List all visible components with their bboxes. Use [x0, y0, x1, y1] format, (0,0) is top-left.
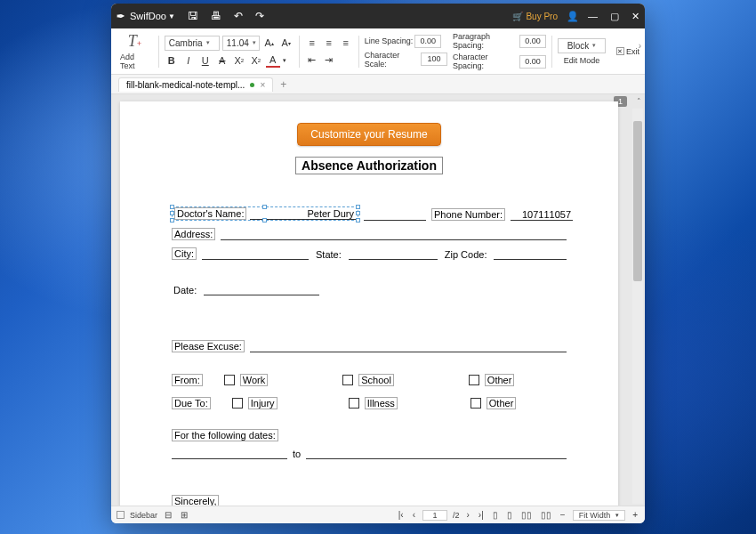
redo-icon[interactable]: ↷: [255, 10, 264, 22]
tab-close-icon[interactable]: ×: [260, 80, 265, 90]
page-number-input[interactable]: 1: [422, 510, 447, 521]
char-spacing-input[interactable]: 0.00: [519, 55, 546, 69]
sidebar-checkbox[interactable]: [117, 511, 125, 519]
address-label: Address:: [172, 228, 215, 240]
align-left-icon[interactable]: ≡: [305, 36, 319, 50]
date-to-line[interactable]: [306, 458, 567, 459]
buy-pro-link[interactable]: 🛒 Buy Pro: [512, 12, 558, 21]
font-color-dropdown-icon[interactable]: ▾: [283, 57, 286, 64]
injury-label: Injury: [248, 397, 277, 409]
add-text-button[interactable]: T+ Add Text: [117, 32, 153, 70]
para-spacing-input[interactable]: 0.00: [519, 35, 546, 48]
sidebar-collapse-icon[interactable]: ⊟: [163, 510, 173, 520]
maximize-button[interactable]: ▢: [610, 11, 619, 22]
document-tab[interactable]: fill-blank-medical-note-templ... ×: [118, 77, 273, 92]
view-facing-icon[interactable]: ▯▯: [519, 510, 534, 520]
underline-icon[interactable]: U: [198, 53, 213, 68]
date-label: Date:: [172, 285, 198, 295]
font-family-select[interactable]: Cambria▾: [165, 36, 220, 51]
view-continuous-icon[interactable]: ▯: [505, 510, 514, 520]
other-due-label: Other: [487, 397, 517, 409]
decrease-font-icon[interactable]: A▾: [279, 36, 294, 50]
superscript-icon[interactable]: X2: [232, 53, 246, 68]
phone-label: Phone Number:: [431, 208, 505, 221]
italic-icon[interactable]: I: [181, 53, 196, 68]
excuse-label: Please Excuse:: [172, 340, 245, 352]
font-size-select[interactable]: 11.04▾: [222, 36, 260, 51]
font-color-icon[interactable]: A: [266, 53, 280, 68]
edit-mode-label: Edit Mode: [564, 56, 600, 65]
edit-mode-select[interactable]: Block▾: [558, 38, 606, 53]
doctor-name-selection[interactable]: Doctor's Name: Peter Dury: [172, 206, 358, 221]
sidebar-expand-icon[interactable]: ⊞: [179, 510, 189, 520]
work-label: Work: [240, 374, 268, 386]
doctor-name-line2[interactable]: [364, 220, 426, 221]
state-label: State:: [314, 249, 343, 260]
app-menu-dropdown-icon[interactable]: ▼: [168, 12, 175, 20]
strikethrough-icon[interactable]: A: [215, 53, 229, 68]
account-icon[interactable]: 👤: [567, 11, 579, 22]
other-from-checkbox[interactable]: [469, 375, 479, 385]
from-label: From:: [172, 374, 203, 386]
scroll-up-icon[interactable]: ˄: [637, 97, 641, 106]
date-from-line[interactable]: [172, 458, 287, 459]
increase-font-icon[interactable]: A▴: [262, 36, 277, 50]
state-line[interactable]: [349, 259, 438, 260]
last-page-icon[interactable]: ›|: [477, 510, 486, 520]
bold-icon[interactable]: B: [165, 53, 179, 68]
customize-resume-button[interactable]: Customize your Resume: [297, 123, 440, 146]
date-line[interactable]: [204, 295, 319, 295]
sidebar-label: Sidebar: [130, 511, 157, 520]
injury-checkbox[interactable]: [232, 398, 243, 409]
close-button[interactable]: ✕: [631, 11, 639, 22]
zoom-out-icon[interactable]: −: [559, 510, 567, 520]
view-continuous-facing-icon[interactable]: ▯▯: [539, 510, 553, 520]
increase-indent-icon[interactable]: ⇥: [322, 53, 336, 67]
line-spacing-label: Line Spacing:: [365, 36, 414, 45]
ribbon-expand-icon[interactable]: ›: [639, 41, 641, 51]
zoom-in-icon[interactable]: +: [631, 510, 639, 520]
unsaved-indicator-icon: [250, 83, 254, 87]
document-page[interactable]: Customize your Resume Absence Authorizat…: [120, 101, 618, 506]
address-line[interactable]: [221, 239, 567, 240]
save-icon[interactable]: 🖫: [188, 10, 198, 22]
school-checkbox[interactable]: [342, 375, 353, 385]
dates-label: For the following dates:: [172, 429, 278, 441]
excuse-line[interactable]: [250, 352, 567, 352]
app-window: ✒ SwifDoo ▼ 🖫 🖶 ↶ ↷ 🛒 Buy Pro 👤 — ▢ ✕ T+…: [111, 4, 645, 523]
zoom-select[interactable]: Fit Width▾: [573, 510, 626, 521]
subscript-icon[interactable]: X2: [249, 53, 263, 68]
city-label: City:: [172, 247, 197, 260]
line-spacing-input[interactable]: 0.00: [414, 35, 441, 48]
city-line[interactable]: [202, 259, 309, 260]
new-tab-button[interactable]: +: [280, 78, 286, 91]
document-title: Absence Authorization: [295, 157, 443, 174]
char-scale-input[interactable]: 100: [421, 53, 447, 66]
char-spacing-label: Character Spacing:: [453, 53, 518, 70]
prev-page-icon[interactable]: ‹: [411, 510, 417, 520]
exit-button[interactable]: ✕Exit: [616, 47, 639, 56]
other-due-checkbox[interactable]: [470, 398, 481, 409]
zip-label: Zip Code:: [443, 249, 489, 260]
vertical-scrollbar[interactable]: [632, 109, 643, 504]
scrollbar-thumb[interactable]: [633, 121, 642, 281]
zip-line[interactable]: [494, 259, 567, 260]
page-total: /2: [453, 511, 460, 520]
first-page-icon[interactable]: |‹: [397, 510, 406, 520]
para-spacing-label: Paragraph Spacing:: [453, 32, 518, 50]
illness-checkbox[interactable]: [349, 398, 359, 409]
phone-value[interactable]: 107111057: [511, 209, 573, 221]
work-checkbox[interactable]: [224, 375, 235, 385]
align-center-icon[interactable]: ≡: [322, 36, 336, 50]
undo-icon[interactable]: ↶: [234, 10, 243, 22]
next-page-icon[interactable]: ›: [465, 510, 471, 520]
view-single-icon[interactable]: ▯: [491, 510, 500, 520]
print-icon[interactable]: 🖶: [211, 10, 221, 22]
minimize-button[interactable]: —: [588, 11, 598, 22]
decrease-indent-icon[interactable]: ⇤: [305, 53, 319, 67]
status-bar: Sidebar ⊟ ⊞ |‹ ‹ 1 /2 › ›| ▯ ▯ ▯▯ ▯▯ − F…: [111, 506, 645, 523]
align-right-icon[interactable]: ≡: [339, 36, 353, 50]
doctor-name-label: Doctor's Name:: [174, 207, 246, 220]
other-from-label: Other: [485, 374, 515, 386]
ribbon: T+ Add Text Cambria▾ 11.04▾ A▴ A▾ B I U …: [111, 28, 645, 75]
